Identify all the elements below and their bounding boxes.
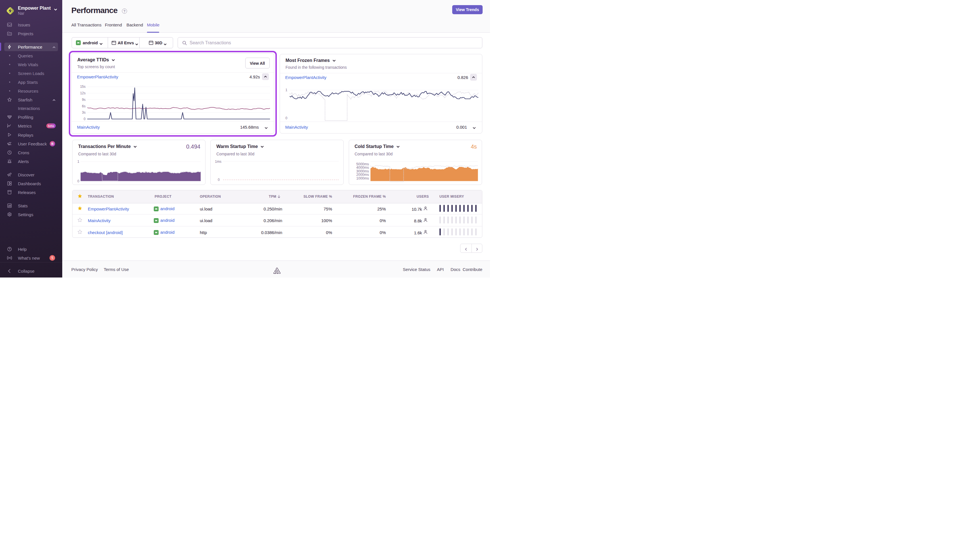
svg-text:1: 1: [77, 160, 79, 164]
svg-text:0: 0: [84, 117, 85, 121]
svg-text:3s: 3s: [82, 111, 85, 114]
svg-text:0: 0: [77, 179, 79, 183]
svg-text:9s: 9s: [82, 98, 85, 102]
svg-text:1ms: 1ms: [215, 160, 222, 164]
svg-text:1: 1: [285, 88, 288, 92]
svg-text:1000ms: 1000ms: [356, 176, 369, 180]
svg-text:15s: 15s: [80, 85, 85, 88]
svg-text:12s: 12s: [80, 91, 85, 95]
svg-text:0: 0: [218, 178, 220, 182]
svg-text:0: 0: [285, 116, 288, 120]
svg-text:6s: 6s: [82, 104, 85, 108]
